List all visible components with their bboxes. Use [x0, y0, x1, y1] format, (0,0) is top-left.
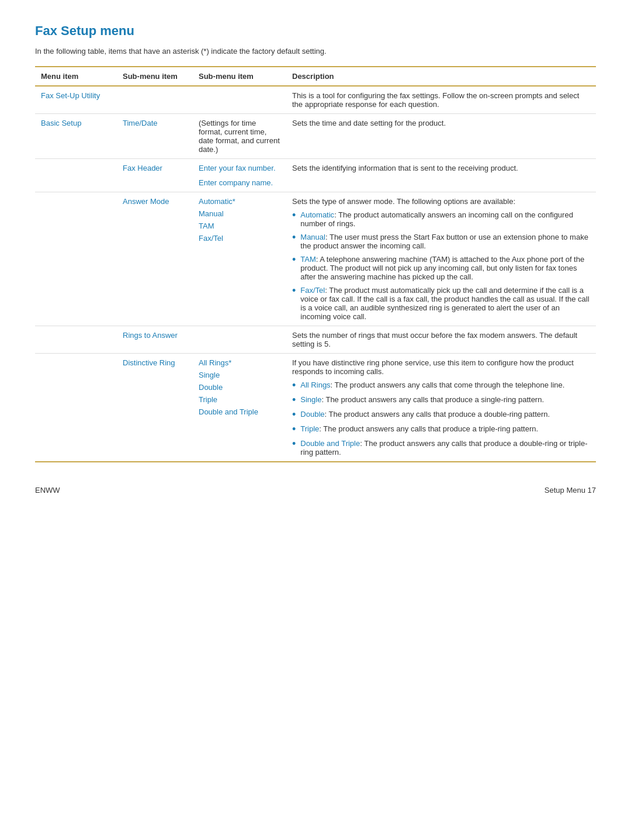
- list-item: • Single: The product answers any calls …: [292, 395, 590, 405]
- desc-fax-header: Sets the identifying information that is…: [286, 159, 596, 192]
- footer-left: ENWW: [35, 486, 60, 495]
- menu-item-empty: [35, 192, 117, 326]
- list-item: • Double: The product answers any calls …: [292, 410, 590, 420]
- table-row: Distinctive Ring All Rings* Single Doubl…: [35, 354, 596, 462]
- desc-answer-mode: Sets the type of answer mode. The follow…: [286, 192, 596, 326]
- table-row: Fax Set-Up Utility This is a tool for co…: [35, 86, 596, 114]
- submenu1-answer-mode: Answer Mode: [117, 192, 193, 326]
- submenu1-distinctive-ring: Distinctive Ring: [117, 354, 193, 462]
- menu-item-empty: [35, 326, 117, 354]
- bullet-icon: •: [292, 254, 296, 265]
- footer-right: Setup Menu 17: [545, 486, 596, 495]
- desc-distinctive-ring: If you have distinctive ring phone servi…: [286, 354, 596, 462]
- list-item: • Triple: The product answers any calls …: [292, 424, 590, 434]
- menu-item-empty: [35, 354, 117, 462]
- submenu1-time-date: Time/Date: [117, 114, 193, 159]
- list-item: • All Rings: The product answers any cal…: [292, 381, 590, 390]
- bullet-icon: •: [292, 285, 296, 296]
- submenu2-rings-empty: [193, 326, 286, 354]
- bullet-icon: •: [292, 438, 296, 449]
- page-footer: ENWW Setup Menu 17: [35, 486, 596, 495]
- submenu2-answer-mode-options: Automatic* Manual TAM Fax/Tel: [193, 192, 286, 326]
- header-sub-menu-1: Sub-menu item: [117, 67, 193, 86]
- list-item: • TAM: A telephone answering machine (TA…: [292, 255, 590, 281]
- list-item: • Double and Triple: The product answers…: [292, 439, 590, 457]
- submenu1-empty: [117, 86, 193, 114]
- menu-item-fax-setup: Fax Set-Up Utility: [35, 86, 117, 114]
- submenu1-fax-header: Fax Header: [117, 159, 193, 192]
- bullet-icon: •: [292, 232, 296, 243]
- desc-fax-setup: This is a tool for configuring the fax s…: [286, 86, 596, 114]
- header-description: Description: [286, 67, 596, 86]
- submenu2-time-settings: (Settings for time format, current time,…: [193, 114, 286, 159]
- submenu1-rings-to-answer: Rings to Answer: [117, 326, 193, 354]
- list-item: • Manual: The user must press the Start …: [292, 233, 590, 250]
- table-row: Fax Header Enter your fax number. Enter …: [35, 159, 596, 192]
- submenu2-fax-header-options: Enter your fax number. Enter company nam…: [193, 159, 286, 192]
- menu-item-basic-setup: Basic Setup: [35, 114, 117, 159]
- desc-time-date: Sets the time and date setting for the p…: [286, 114, 596, 159]
- list-item: • Fax/Tel: The product must automaticall…: [292, 286, 590, 321]
- bullet-icon: •: [292, 424, 296, 434]
- list-item: • Automatic: The product automatically a…: [292, 210, 590, 228]
- header-menu-item: Menu item: [35, 67, 117, 86]
- table-row: Rings to Answer Sets the number of rings…: [35, 326, 596, 354]
- menu-item-empty: [35, 159, 117, 192]
- bullet-icon: •: [292, 210, 296, 220]
- bullet-icon: •: [292, 409, 296, 420]
- table-row: Basic Setup Time/Date (Settings for time…: [35, 114, 596, 159]
- table-row: Answer Mode Automatic* Manual TAM Fax/Te…: [35, 192, 596, 326]
- fax-setup-table: Menu item Sub-menu item Sub-menu item De…: [35, 66, 596, 462]
- submenu2-empty: [193, 86, 286, 114]
- page-title: Fax Setup menu: [35, 23, 596, 39]
- bullet-icon: •: [292, 380, 296, 390]
- bullet-icon: •: [292, 395, 296, 405]
- intro-text: In the following table, items that have …: [35, 47, 596, 56]
- desc-rings-to-answer: Sets the number of rings that must occur…: [286, 326, 596, 354]
- submenu2-distinctive-ring-options: All Rings* Single Double Triple Double a…: [193, 354, 286, 462]
- header-sub-menu-2: Sub-menu item: [193, 67, 286, 86]
